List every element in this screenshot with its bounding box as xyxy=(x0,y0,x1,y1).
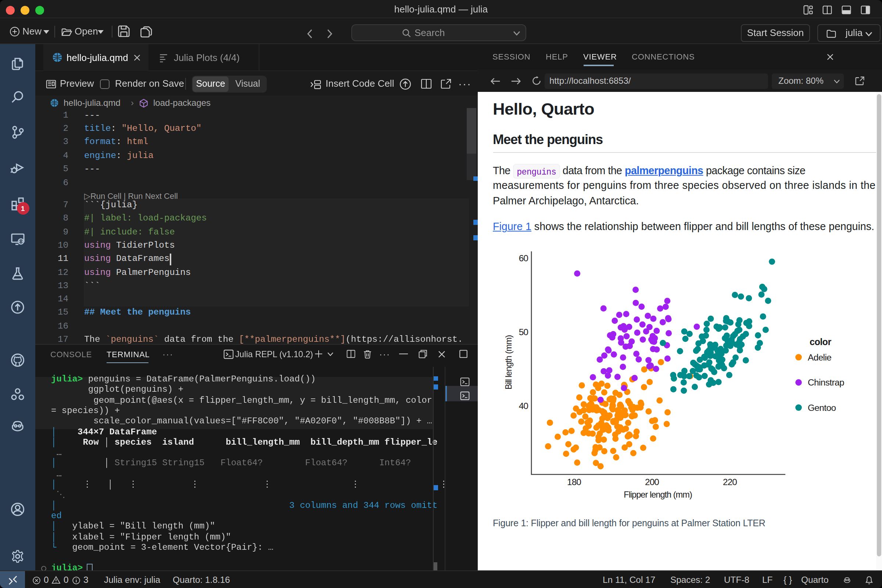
svg-text:220: 220 xyxy=(723,477,737,487)
svg-text:color: color xyxy=(810,337,831,347)
svg-text:60: 60 xyxy=(519,253,528,263)
svg-text:Gentoo: Gentoo xyxy=(808,403,836,413)
svg-text:50: 50 xyxy=(519,327,528,337)
svg-text:Adelie: Adelie xyxy=(808,352,831,362)
svg-text:40: 40 xyxy=(519,401,528,411)
svg-text:Chinstrap: Chinstrap xyxy=(808,377,844,387)
svg-text:Bill length (mm): Bill length (mm) xyxy=(504,335,513,390)
svg-text:180: 180 xyxy=(567,477,581,487)
svg-text:200: 200 xyxy=(645,477,659,487)
svg-text:Flipper length (mm): Flipper length (mm) xyxy=(624,490,692,500)
